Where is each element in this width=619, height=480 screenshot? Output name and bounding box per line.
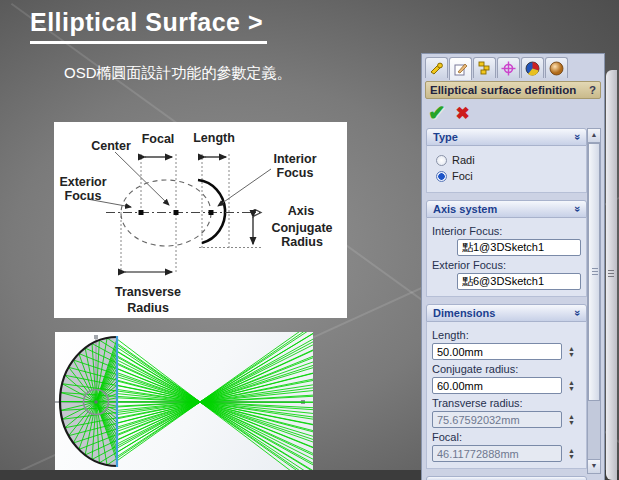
section-body-dimensions: Length: ▲▼ Conjugate radius: ▲▼ Transver… xyxy=(426,322,587,469)
length-spinner[interactable]: ▲▼ xyxy=(568,346,575,358)
tab-configurationmanager[interactable] xyxy=(473,57,496,78)
property-manager-panel: ? Elliptical surface definition ✔ ✖ Type… xyxy=(421,53,605,480)
radio-foci[interactable]: Foci xyxy=(436,170,586,182)
next-section-partial xyxy=(426,476,587,480)
panel-splitter-handle[interactable] xyxy=(606,70,617,480)
spinner-down-icon: ▼ xyxy=(568,386,575,392)
interior-focus-marker xyxy=(209,210,214,215)
conjugate-radius-input[interactable] xyxy=(432,377,562,394)
focal-label: Focal: xyxy=(432,431,586,443)
panel-content: Type » Radi Foci Axis system » Interior … xyxy=(426,128,587,480)
scrollbar-thumb[interactable] xyxy=(588,143,600,401)
elliptical-parameter-diagram: Center Focal Length Interior Focus Exter… xyxy=(54,122,347,318)
ray-trace-svg xyxy=(55,332,313,470)
slide-subtitle: OSD橢圓面設計功能的參數定義。 xyxy=(64,64,292,83)
length-input[interactable] xyxy=(432,343,562,360)
transverse-radius-spinner: ▲▼ xyxy=(568,414,575,426)
appearance-sphere-icon xyxy=(549,61,564,76)
radio-circle-icon xyxy=(436,155,447,166)
collapse-chevron-icon[interactable]: » xyxy=(572,206,584,212)
panel-title: Elliptical surface definition xyxy=(430,84,576,96)
svg-text:Focus: Focus xyxy=(65,189,102,203)
tab-displaymanager[interactable] xyxy=(521,57,544,78)
ray-trace-image xyxy=(55,332,313,470)
exterior-focus-input[interactable] xyxy=(457,273,581,290)
dimxpert-target-icon xyxy=(501,61,516,76)
property-manager-tabs xyxy=(425,57,568,80)
label-conjugate-radius: Conjugate xyxy=(271,221,332,235)
transverse-radius-label: Transverse radius: xyxy=(432,397,586,409)
splitter-grip-icon xyxy=(608,270,614,271)
scrollbar-up-icon[interactable]: ▲ xyxy=(588,129,600,143)
cancel-button[interactable]: ✖ xyxy=(456,103,470,124)
tab-appearances[interactable] xyxy=(545,57,568,78)
label-focal: Focal xyxy=(142,132,175,146)
label-transverse-radius: Transverse xyxy=(115,285,181,299)
tab-featuremanager[interactable] xyxy=(425,57,448,78)
length-label: Length: xyxy=(432,329,586,341)
spinner-down-icon: ▼ xyxy=(568,454,575,460)
slide-title: Elliptical Surface > xyxy=(30,8,267,44)
exterior-focus-label: Exterior Focus: xyxy=(432,259,586,271)
label-axis: Axis xyxy=(288,204,314,218)
spinner-down-icon: ▼ xyxy=(568,352,575,358)
help-button[interactable]: ? xyxy=(589,82,596,98)
panel-title-bar: ? Elliptical surface definition xyxy=(425,81,601,99)
focal-spinner: ▲▼ xyxy=(568,448,575,460)
focal-input xyxy=(432,445,562,462)
section-header-dimensions[interactable]: Dimensions » xyxy=(426,304,587,322)
radio-circle-icon xyxy=(436,171,447,182)
configurations-icon xyxy=(477,61,492,75)
conjugate-radius-label: Conjugate radius: xyxy=(432,363,586,375)
center-marker xyxy=(174,210,179,215)
exterior-focus-marker xyxy=(139,210,144,215)
label-length: Length xyxy=(193,131,235,145)
property-edit-icon xyxy=(453,62,468,76)
tab-dimxpert[interactable] xyxy=(497,57,520,78)
section-body-type: Radi Foci xyxy=(426,146,587,193)
interior-focus-label: Interior Focus: xyxy=(432,225,586,237)
radio-radi[interactable]: Radi xyxy=(436,154,586,166)
scrollbar-down-icon[interactable]: ▼ xyxy=(588,459,600,473)
collapse-chevron-icon[interactable]: » xyxy=(572,310,584,316)
tab-propertymanager[interactable] xyxy=(449,57,472,80)
svg-text:Focus: Focus xyxy=(277,166,314,180)
confirm-button[interactable]: ✔ xyxy=(428,103,446,123)
label-center: Center xyxy=(91,139,131,153)
panel-scrollbar[interactable]: ▲ ▼ xyxy=(587,128,601,474)
section-body-axis-system: Interior Focus: Exterior Focus: xyxy=(426,218,587,297)
svg-text:Radius: Radius xyxy=(127,301,169,315)
wrench-icon xyxy=(429,62,444,75)
interior-focus-input[interactable] xyxy=(457,239,581,256)
source-point xyxy=(94,400,98,404)
conjugate-radius-spinner[interactable]: ▲▼ xyxy=(568,380,575,392)
label-interior-focus: Interior xyxy=(273,152,316,166)
display-sphere-icon xyxy=(525,61,540,76)
collapse-chevron-icon[interactable]: » xyxy=(572,134,584,140)
spinner-down-icon: ▼ xyxy=(568,420,575,426)
svg-text:Radius: Radius xyxy=(281,235,323,249)
transverse-radius-input xyxy=(432,411,562,428)
section-header-axis-system[interactable]: Axis system » xyxy=(426,200,587,218)
label-exterior-focus: Exterior xyxy=(59,175,106,189)
section-header-type[interactable]: Type » xyxy=(426,128,587,146)
